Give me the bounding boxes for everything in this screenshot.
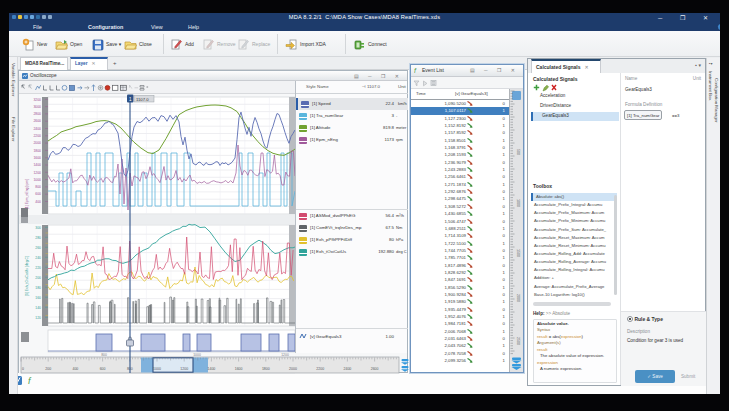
svg-text:1800: 1800 <box>33 149 41 153</box>
svg-text:2000: 2000 <box>33 141 41 145</box>
svg-text:1800: 1800 <box>262 367 270 371</box>
svg-text:2600: 2600 <box>371 367 379 371</box>
svg-text:f: f <box>414 67 417 73</box>
svg-text:1000: 1000 <box>33 178 41 182</box>
svg-text:2800: 2800 <box>33 112 41 116</box>
svg-text:3000: 3000 <box>33 105 41 109</box>
svg-text:160: 160 <box>35 296 41 300</box>
svg-text:800: 800 <box>35 185 41 189</box>
svg-text:1200: 1200 <box>33 171 41 175</box>
svg-text:240: 240 <box>35 256 41 260</box>
svg-text:1600: 1600 <box>33 156 41 160</box>
svg-text:260: 260 <box>35 246 41 250</box>
svg-text:[1] Epm_nEng [rpm]: [1] Epm_nEng [rpm] <box>25 179 29 209</box>
svg-text:800: 800 <box>101 353 107 357</box>
svg-text:f: f <box>28 376 32 385</box>
svg-text:280: 280 <box>35 236 41 240</box>
svg-text:1200: 1200 <box>281 353 289 357</box>
svg-text:140: 140 <box>35 306 41 310</box>
svg-text:180: 180 <box>35 286 41 290</box>
svg-text:600: 600 <box>35 192 41 196</box>
svg-text:1400: 1400 <box>33 163 41 167</box>
svg-text:200: 200 <box>45 367 51 371</box>
svg-text:1600: 1600 <box>235 367 243 371</box>
svg-text:2200: 2200 <box>33 134 41 138</box>
svg-text:400: 400 <box>72 367 78 371</box>
svg-text:600: 600 <box>100 367 106 371</box>
svg-text:1400: 1400 <box>208 367 216 371</box>
svg-text:120: 120 <box>35 316 41 320</box>
svg-text:1107.0: 1107.0 <box>136 97 149 102</box>
svg-text:2400: 2400 <box>33 127 41 131</box>
svg-text:0: 0 <box>22 367 24 371</box>
svg-text:1000: 1000 <box>193 353 201 357</box>
svg-text:2400: 2400 <box>344 367 352 371</box>
svg-text:200: 200 <box>35 276 41 280</box>
svg-text:300: 300 <box>35 226 41 230</box>
svg-text:400: 400 <box>35 200 41 204</box>
svg-text:220: 220 <box>35 266 41 270</box>
svg-text:2000: 2000 <box>289 367 297 371</box>
svg-text:2600: 2600 <box>33 119 41 123</box>
svg-text:3200: 3200 <box>33 98 41 102</box>
svg-text:1000: 1000 <box>153 367 161 371</box>
svg-text:[1] Exh_tOxiCatUs [deg C]: [1] Exh_tOxiCatUs [deg C] <box>25 256 29 296</box>
svg-text:2200: 2200 <box>316 367 324 371</box>
svg-text:1200: 1200 <box>180 367 188 371</box>
